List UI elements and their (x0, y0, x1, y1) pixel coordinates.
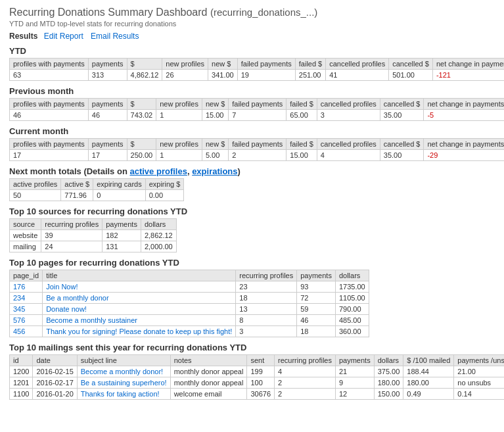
ml-td-1-3: monthly donor appeal (170, 377, 247, 389)
ml-td-2-5: 2 (275, 389, 336, 400)
pg-row-0: 176 Join Now! 23 93 1735.00 (10, 281, 369, 293)
prev-month-header-row: profiles with payments payments $ new pr… (10, 99, 505, 110)
next-month-table: active profiles active $ expiring cards … (9, 178, 184, 201)
nm-th-1: active $ (61, 179, 93, 190)
src-td-1-1: 24 (41, 241, 103, 252)
ml-td-0-9: 21.00 (454, 366, 504, 377)
ml-td-1-9: no unsubs (454, 377, 504, 389)
pm-td-8: 35.00 (380, 110, 424, 121)
src-td-0-1: 39 (41, 230, 103, 241)
pg-td-3-3: 46 (297, 315, 336, 326)
active-profiles-link[interactable]: active profiles (129, 166, 187, 176)
pg-row-4: 456 Thank you for signing! Please donate… (10, 326, 369, 337)
pm-td-4: 15.00 (202, 110, 228, 121)
ytd-th-7: cancelled profiles (326, 59, 389, 70)
pg-td-1-2: 18 (236, 293, 297, 304)
ytd-th-1: payments (88, 59, 127, 70)
pg-td-0-0: 176 (10, 281, 43, 293)
ml-row-0: 1200 2016-02-15 Become a monthly donor! … (10, 366, 505, 377)
ytd-td-9: -121 (432, 70, 504, 81)
src-row-0: website 39 182 2,862.12 (10, 230, 177, 241)
cm-td-4: 5.00 (202, 150, 228, 161)
cm-data-row: 17 17 250.00 1 5.00 2 15.00 4 35.00 -29 … (10, 150, 505, 161)
ml-td-1-1: 2016-02-17 (33, 377, 77, 389)
ytd-td-0: 63 (10, 70, 89, 81)
pg-td-0-2: 23 (236, 281, 297, 293)
ml-td-0-5: 4 (275, 366, 336, 377)
ml-th-1: date (33, 355, 77, 366)
top10-sources-table: source recurring profiles payments dolla… (9, 218, 177, 252)
ml-td-1-8: 180.00 (403, 377, 454, 389)
ml-td-2-7: 150.00 (374, 389, 403, 400)
ytd-th-8: cancelled $ (389, 59, 433, 70)
pm-td-1: 46 (88, 110, 127, 121)
ml-td-2-1: 2016-01-20 (33, 389, 77, 400)
cm-th-3: new profiles (156, 139, 202, 150)
pg-th-0: page_id (10, 270, 43, 281)
pg-td-3-1: Become a monthly sustainer (43, 315, 236, 326)
pg-td-4-1: Thank you for signing! Please donate to … (43, 326, 236, 337)
pg-header-row: page_id title recurring profiles payment… (10, 270, 369, 281)
ytd-td-7: 41 (326, 70, 389, 81)
ml-td-0-6: 21 (335, 366, 374, 377)
pm-th-3: new profiles (156, 99, 202, 110)
ml-td-0-4: 199 (247, 366, 275, 377)
pm-td-9: -5 (424, 110, 504, 121)
nm-data-row: 50 771.96 0 0.00 (10, 190, 184, 201)
pg-td-3-2: 8 (236, 315, 297, 326)
pg-td-2-1: Donate now! (43, 304, 236, 315)
cm-th-2: $ (127, 139, 156, 150)
top10-sources-title: Top 10 sources for recurring donations Y… (9, 206, 495, 216)
ml-td-1-2: Be a sustaining superhero! (77, 377, 170, 389)
cm-th-5: failed payments (229, 139, 286, 150)
src-header-row: source recurring profiles payments dolla… (10, 219, 177, 230)
ml-header-row: id date subject line notes sent recurrin… (10, 355, 505, 366)
ytd-td-6: 251.00 (295, 70, 325, 81)
title-main: Recurring Donations Summary Dashboard (9, 7, 207, 18)
pg-row-1: 234 Be a monthly donor 18 72 1105.00 (10, 293, 369, 304)
ml-td-0-2: Become a monthly donor! (77, 366, 170, 377)
cm-td-6: 15.00 (286, 150, 317, 161)
current-month-table: profiles with payments payments $ new pr… (9, 138, 504, 161)
ytd-section-title: YTD (9, 46, 495, 56)
nm-th-0: active profiles (10, 179, 61, 190)
ml-td-1-5: 2 (275, 377, 336, 389)
prev-month-table: profiles with payments payments $ new pr… (9, 98, 504, 121)
pm-th-5: failed payments (229, 99, 286, 110)
top10-pages-title: Top 10 pages for recurring donations YTD (9, 258, 495, 268)
src-th-0: source (10, 219, 41, 230)
top10-mailings-table: id date subject line notes sent recurrin… (9, 354, 504, 400)
ml-td-0-1: 2016-02-15 (33, 366, 77, 377)
ml-th-7: dollars (374, 355, 403, 366)
ml-th-5: recurring profiles (275, 355, 336, 366)
pm-th-7: cancelled profiles (317, 99, 380, 110)
ytd-header-row: profiles with payments payments $ new pr… (10, 59, 505, 70)
pm-td-6: 65.00 (286, 110, 317, 121)
ml-row-1: 1201 2016-02-17 Be a sustaining superher… (10, 377, 505, 389)
ml-td-2-2: Thanks for taking action! (77, 389, 170, 400)
pg-td-1-0: 234 (10, 293, 43, 304)
src-td-0-0: website (10, 230, 41, 241)
pm-td-2: 743.02 (127, 110, 156, 121)
pg-td-2-2: 13 (236, 304, 297, 315)
email-results-link[interactable]: Email Results (91, 32, 139, 41)
cm-td-5: 2 (229, 150, 286, 161)
ytd-th-0: profiles with payments (10, 59, 89, 70)
pg-td-0-4: 1735.00 (335, 281, 369, 293)
page-subtitle: YTD and MTD top-level stats for recurrin… (9, 20, 495, 28)
src-th-1: recurring profiles (41, 219, 103, 230)
src-th-3: dollars (141, 219, 176, 230)
src-td-1-0: mailing (10, 241, 41, 252)
edit-report-link[interactable]: Edit Report (44, 32, 83, 41)
pg-th-1: title (43, 270, 236, 281)
pg-row-3: 576 Become a monthly sustainer 8 46 485.… (10, 315, 369, 326)
pg-td-4-3: 18 (297, 326, 336, 337)
ml-td-2-3: welcome email (170, 389, 247, 400)
pg-td-2-3: 59 (297, 304, 336, 315)
expirations-link[interactable]: expirations (192, 166, 237, 176)
nm-td-0: 50 (10, 190, 61, 201)
src-th-2: payments (103, 219, 141, 230)
pg-td-3-4: 485.00 (335, 315, 369, 326)
ml-td-0-0: 1200 (10, 366, 33, 377)
ytd-th-3: new profiles (162, 59, 208, 70)
